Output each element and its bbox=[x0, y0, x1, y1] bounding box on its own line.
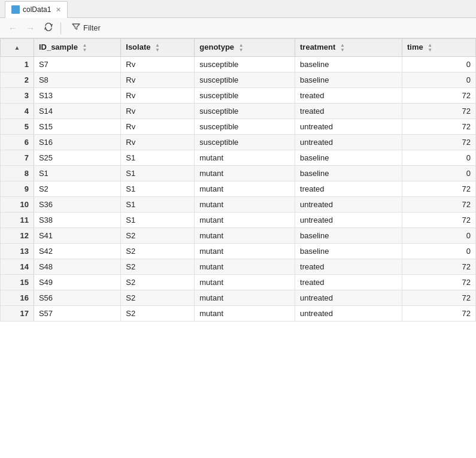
table-row[interactable]: 3S13Rvsusceptibletreated72 bbox=[1, 87, 476, 103]
table-row[interactable]: 13S42S2mutantbaseline0 bbox=[1, 243, 476, 259]
cell-id-sample: S16 bbox=[34, 134, 120, 150]
table-row[interactable]: 16S56S2mutantuntreated72 bbox=[1, 290, 476, 305]
cell-isolate: Rv bbox=[121, 134, 195, 150]
sort-arrows-treatment: ▲▼ bbox=[340, 43, 345, 53]
cell-id-sample: S13 bbox=[34, 87, 120, 103]
cell-genotype: mutant bbox=[195, 274, 295, 290]
cell-rownum: 6 bbox=[1, 134, 34, 150]
cell-isolate: S1 bbox=[121, 196, 195, 212]
cell-isolate: Rv bbox=[121, 87, 195, 103]
sort-arrows-id-sample: ▲▼ bbox=[83, 43, 87, 53]
cell-treatment: baseline bbox=[295, 243, 402, 259]
cell-id-sample: S38 bbox=[34, 212, 120, 228]
refresh-button[interactable] bbox=[41, 21, 56, 35]
table-row[interactable]: 14S48S2mutanttreated72 bbox=[1, 259, 476, 274]
table-header-row: ▲ ID_sample ▲▼ Isolate ▲▼ genotype ▲▼ tr… bbox=[1, 39, 476, 57]
table-row[interactable]: 7S25S1mutantbaseline0 bbox=[1, 150, 476, 165]
cell-isolate: S2 bbox=[121, 305, 195, 321]
table-row[interactable]: 12S41S2mutantbaseline0 bbox=[1, 228, 476, 243]
table-row[interactable]: 17S57S2mutantuntreated72 bbox=[1, 305, 476, 321]
filter-button[interactable]: Filter bbox=[65, 20, 107, 35]
table-tab-label: colData1 bbox=[23, 5, 51, 14]
cell-isolate: S2 bbox=[121, 274, 195, 290]
col-header-treatment[interactable]: treatment ▲▼ bbox=[295, 39, 402, 57]
table-row[interactable]: 2S8Rvsusceptiblebaseline0 bbox=[1, 72, 476, 87]
cell-rownum: 8 bbox=[1, 165, 34, 181]
sort-arrows-time: ▲▼ bbox=[428, 43, 432, 53]
cell-isolate: S2 bbox=[121, 290, 195, 305]
cell-time: 72 bbox=[402, 274, 475, 290]
back-button[interactable]: ← bbox=[5, 21, 20, 35]
cell-rownum: 11 bbox=[1, 212, 34, 228]
table-row[interactable]: 10S36S1mutantuntreated72 bbox=[1, 196, 476, 212]
cell-id-sample: S48 bbox=[34, 259, 120, 274]
cell-id-sample: S41 bbox=[34, 228, 120, 243]
cell-treatment: untreated bbox=[295, 290, 402, 305]
cell-genotype: mutant bbox=[195, 243, 295, 259]
cell-treatment: untreated bbox=[295, 305, 402, 321]
tab-close-icon[interactable]: ✕ bbox=[56, 6, 61, 14]
table-container[interactable]: ▲ ID_sample ▲▼ Isolate ▲▼ genotype ▲▼ tr… bbox=[0, 38, 476, 458]
filter-label: Filter bbox=[83, 23, 101, 32]
cell-rownum: 12 bbox=[1, 228, 34, 243]
cell-rownum: 13 bbox=[1, 243, 34, 259]
cell-rownum: 9 bbox=[1, 181, 34, 196]
cell-isolate: Rv bbox=[121, 119, 195, 134]
cell-id-sample: S15 bbox=[34, 119, 120, 134]
table-row[interactable]: 15S49S2mutanttreated72 bbox=[1, 274, 476, 290]
col-header-genotype-label: genotype bbox=[199, 43, 234, 51]
cell-rownum: 17 bbox=[1, 305, 34, 321]
cell-id-sample: S14 bbox=[34, 103, 120, 119]
cell-isolate: S2 bbox=[121, 228, 195, 243]
cell-id-sample: S8 bbox=[34, 72, 120, 87]
cell-genotype: mutant bbox=[195, 212, 295, 228]
col-header-rownum[interactable]: ▲ bbox=[1, 39, 34, 57]
table-row[interactable]: 11S38S1mutantuntreated72 bbox=[1, 212, 476, 228]
cell-rownum: 15 bbox=[1, 274, 34, 290]
col-header-isolate[interactable]: Isolate ▲▼ bbox=[121, 39, 195, 57]
filter-icon bbox=[72, 23, 80, 33]
cell-id-sample: S1 bbox=[34, 165, 120, 181]
cell-treatment: baseline bbox=[295, 228, 402, 243]
cell-id-sample: S36 bbox=[34, 196, 120, 212]
cell-genotype: mutant bbox=[195, 259, 295, 274]
title-bar: colData1 ✕ bbox=[0, 0, 476, 18]
cell-treatment: untreated bbox=[295, 196, 402, 212]
toolbar: ← → Filter bbox=[0, 18, 476, 38]
col-header-genotype[interactable]: genotype ▲▼ bbox=[195, 39, 295, 57]
cell-isolate: Rv bbox=[121, 103, 195, 119]
col-header-id-sample[interactable]: ID_sample ▲▼ bbox=[34, 39, 120, 57]
cell-treatment: treated bbox=[295, 103, 402, 119]
cell-treatment: baseline bbox=[295, 56, 402, 72]
cell-isolate: Rv bbox=[121, 72, 195, 87]
back-icon: ← bbox=[8, 23, 17, 33]
toolbar-divider bbox=[60, 22, 61, 34]
cell-time: 72 bbox=[402, 119, 475, 134]
cell-rownum: 2 bbox=[1, 72, 34, 87]
col-header-isolate-label: Isolate bbox=[126, 43, 150, 51]
table-row[interactable]: 6S16Rvsusceptibleuntreated72 bbox=[1, 134, 476, 150]
cell-time: 72 bbox=[402, 181, 475, 196]
cell-treatment: treated bbox=[295, 181, 402, 196]
cell-rownum: 5 bbox=[1, 119, 34, 134]
table-tab[interactable]: colData1 ✕ bbox=[5, 1, 68, 18]
cell-id-sample: S49 bbox=[34, 274, 120, 290]
cell-genotype: susceptible bbox=[195, 87, 295, 103]
forward-icon: → bbox=[26, 23, 35, 33]
col-header-time[interactable]: time ▲▼ bbox=[402, 39, 475, 57]
table-tab-icon bbox=[11, 5, 20, 14]
table-row[interactable]: 4S14Rvsusceptibletreated72 bbox=[1, 103, 476, 119]
table-row[interactable]: 1S7Rvsusceptiblebaseline0 bbox=[1, 56, 476, 72]
col-header-treatment-label: treatment bbox=[300, 43, 335, 51]
cell-treatment: treated bbox=[295, 259, 402, 274]
cell-id-sample: S25 bbox=[34, 150, 120, 165]
table-row[interactable]: 5S15Rvsusceptibleuntreated72 bbox=[1, 119, 476, 134]
table-row[interactable]: 9S2S1mutanttreated72 bbox=[1, 181, 476, 196]
cell-rownum: 3 bbox=[1, 87, 34, 103]
forward-button[interactable]: → bbox=[23, 21, 38, 35]
cell-time: 0 bbox=[402, 243, 475, 259]
table-row[interactable]: 8S1S1mutantbaseline0 bbox=[1, 165, 476, 181]
cell-isolate: S1 bbox=[121, 181, 195, 196]
cell-time: 72 bbox=[402, 196, 475, 212]
cell-treatment: treated bbox=[295, 274, 402, 290]
